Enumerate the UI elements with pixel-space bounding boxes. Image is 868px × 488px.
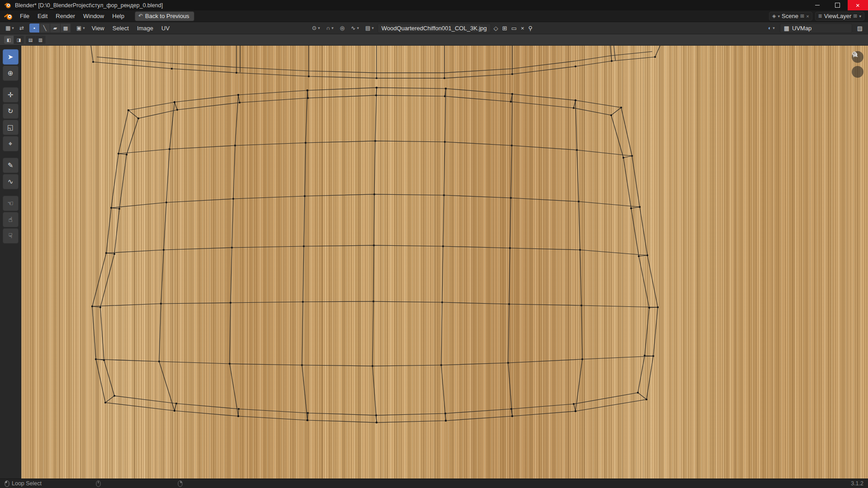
close-button[interactable]: × xyxy=(848,0,868,10)
blender-app-icon xyxy=(4,2,11,9)
open-image-folder-icon[interactable]: ▭ xyxy=(509,23,519,33)
minimize-button[interactable] xyxy=(807,0,827,10)
scene-name[interactable]: Scene xyxy=(782,13,798,19)
topbar-right: ◈ ▾ Scene ⊞ × ≣ ViewLayer ⊞ ▾ xyxy=(769,12,864,21)
tool-grab[interactable]: ☜ xyxy=(3,196,19,211)
topbar: File Edit Render Window Help ↶ Back to P… xyxy=(0,10,868,22)
proportional-editing-toggle[interactable]: ◎ xyxy=(337,23,347,33)
pan-gizmo[interactable] xyxy=(852,66,863,78)
pivot-point-dropdown[interactable]: ⊙ ▾ xyxy=(309,23,323,33)
blender-logo-icon[interactable] xyxy=(4,13,13,20)
tool-scale[interactable]: ◱ xyxy=(3,120,19,135)
select-mode-vertex[interactable]: • xyxy=(29,23,40,33)
editor-type-button[interactable]: ▦ ▾ xyxy=(3,23,17,33)
chevron-down-icon: ▾ xyxy=(83,26,85,30)
viewlayer-selector[interactable]: ≣ ViewLayer ⊞ ▾ xyxy=(815,12,864,21)
back-to-previous-button[interactable]: ↶ Back to Previous xyxy=(135,11,194,21)
chevron-down-icon: ▾ xyxy=(372,26,374,30)
mouse-left-icon xyxy=(5,480,9,487)
tool-transform[interactable]: ⌖ xyxy=(3,136,19,151)
tool-smooth[interactable]: ☟ xyxy=(3,228,19,244)
sticky-selection-dropdown[interactable]: ▣ ▾ xyxy=(74,23,88,33)
menu-select[interactable]: Select xyxy=(108,23,133,33)
menu-render[interactable]: Render xyxy=(52,11,79,21)
uv-mesh-overlay xyxy=(21,46,868,479)
menu-image[interactable]: Image xyxy=(133,23,157,33)
menu-window[interactable]: Window xyxy=(79,11,108,21)
chevron-down-icon: ▾ xyxy=(12,26,14,30)
unlink-image-icon[interactable]: × xyxy=(519,23,526,33)
tool-settings-toggle-group-2: ▤ ▥ xyxy=(26,36,46,44)
uvmap-name: UVMap xyxy=(792,25,811,32)
ts-toggle-2[interactable]: ◨ xyxy=(14,36,24,44)
falloff-curve-icon: ∿ xyxy=(351,25,355,31)
uv-sync-selection-toggle[interactable]: ⇄ xyxy=(17,23,27,33)
chevron-down-icon[interactable]: ▾ xyxy=(859,14,861,19)
scene-unlink-icon[interactable]: × xyxy=(806,14,809,19)
window-controls: × xyxy=(807,0,868,10)
ts-toggle-3[interactable]: ▤ xyxy=(26,36,36,44)
new-image-icon[interactable]: ⊞ xyxy=(500,23,509,33)
chevron-down-icon: ▾ xyxy=(357,26,359,30)
menu-view[interactable]: View xyxy=(88,23,108,33)
tool-column: ➤ ⊕ ✛ ↻ ◱ ⌖ ✎ ∿ ☜ ☝ ☟ xyxy=(0,46,21,479)
uv-editor-icon: ▦ xyxy=(5,25,10,31)
tool-pinch[interactable]: ☝ xyxy=(3,212,19,227)
tool-settings-toggle-group-1: ◧ ◨ xyxy=(4,36,24,44)
render-slot-icon[interactable]: ▨ xyxy=(854,23,865,33)
viewlayer-copy-icon[interactable]: ⊞ xyxy=(853,13,857,19)
keymap-hint-label: Loop Select xyxy=(12,480,42,487)
image-name-field[interactable]: WoodQuarteredChiffon001_COL_3K.jpg xyxy=(377,23,491,33)
overlays-dropdown[interactable]: ◐ ▾ xyxy=(765,23,778,33)
sticky-selection-icon: ▣ xyxy=(76,25,81,31)
tool-settings-bar: ◧ ◨ ▤ ▥ xyxy=(0,34,868,46)
select-mode-edge[interactable]: ╲ xyxy=(40,23,50,33)
mouse-middle-icon xyxy=(96,480,101,487)
chevron-down-icon: ▾ xyxy=(773,26,775,30)
fake-user-shield-icon[interactable]: ◇ xyxy=(492,23,500,33)
pin-icon[interactable]: ⚲ xyxy=(527,23,535,33)
uv-editor-header: ▦ ▾ ⇄ • ╲ ▰ ▩ ▣ ▾ View Select Image UV ⊙… xyxy=(0,22,868,34)
viewlayer-name[interactable]: ViewLayer xyxy=(824,13,851,19)
back-arrow-icon: ↶ xyxy=(138,13,143,19)
uvmap-icon: ▦ xyxy=(784,25,789,32)
browse-image-dropdown[interactable]: ▤ ▾ xyxy=(363,23,377,33)
menu-uv[interactable]: UV xyxy=(157,23,174,33)
ts-toggle-1[interactable]: ◧ xyxy=(4,36,14,44)
statusbar: Loop Select 3.1.2 xyxy=(0,479,868,488)
proportional-editing-icon: ◎ xyxy=(340,25,344,31)
uv-select-mode-group: • ╲ ▰ ▩ xyxy=(29,23,71,33)
header-right: ◐ ▾ ▦ UVMap ▨ xyxy=(765,23,865,33)
image-datablock-buttons: ◇ ⊞ ▭ × ⚲ xyxy=(492,23,534,33)
menu-help[interactable]: Help xyxy=(108,11,128,21)
proportional-falloff-dropdown[interactable]: ∿ ▾ xyxy=(348,23,362,33)
tool-tweak[interactable]: ➤ xyxy=(3,49,19,65)
pivot-point-icon: ⊙ xyxy=(312,25,316,31)
tool-annotate[interactable]: ✎ xyxy=(3,158,19,173)
maximize-button[interactable] xyxy=(827,0,848,10)
scene-selector[interactable]: ◈ ▾ Scene ⊞ × xyxy=(769,12,812,21)
select-mode-island[interactable]: ▩ xyxy=(61,23,71,33)
viewlayer-icon: ≣ xyxy=(818,13,822,19)
menu-edit[interactable]: Edit xyxy=(33,11,52,21)
overlays-icon: ◐ xyxy=(768,25,771,31)
image-name: WoodQuarteredChiffon001_COL_3K.jpg xyxy=(382,25,487,32)
tool-move[interactable]: ✛ xyxy=(3,87,19,103)
image-icon: ▤ xyxy=(365,25,370,31)
window-title: Blender* [D:\0_BlenderProject\стул_фор_р… xyxy=(15,2,163,9)
tool-rotate[interactable]: ↻ xyxy=(3,103,19,119)
chevron-down-icon[interactable]: ▾ xyxy=(778,14,780,19)
back-to-previous-label: Back to Previous xyxy=(145,13,189,19)
tool-cursor[interactable]: ⊕ xyxy=(3,66,19,81)
view-gizmos xyxy=(852,51,863,78)
hand-icon xyxy=(852,51,858,57)
snap-toggle[interactable]: ∩ ▾ xyxy=(324,23,336,33)
tool-relax[interactable]: ∿ xyxy=(3,174,19,189)
uv-canvas[interactable] xyxy=(21,46,868,479)
ts-toggle-4[interactable]: ▥ xyxy=(36,36,46,44)
uvmap-field[interactable]: ▦ UVMap xyxy=(780,23,852,33)
chevron-down-icon: ▾ xyxy=(331,26,334,30)
scene-copy-icon[interactable]: ⊞ xyxy=(800,13,804,19)
select-mode-face[interactable]: ▰ xyxy=(50,23,61,33)
menu-file[interactable]: File xyxy=(16,11,33,21)
